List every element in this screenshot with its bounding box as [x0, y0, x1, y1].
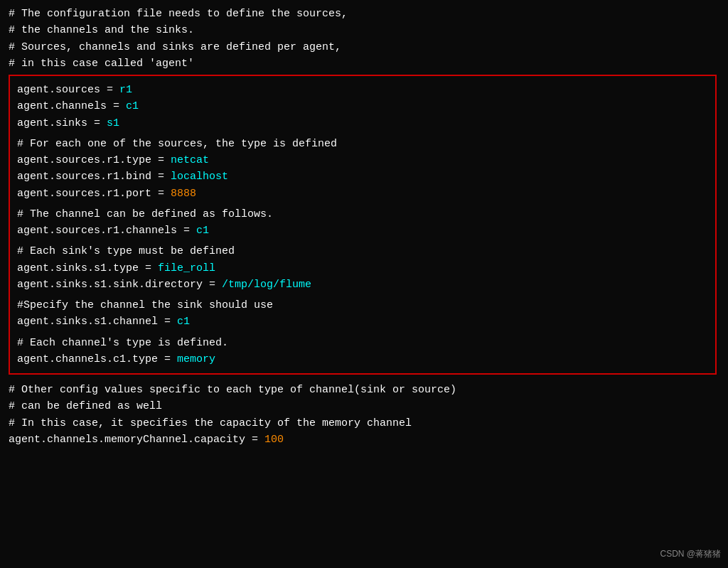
agent-sinks-line: agent.sinks = s1: [17, 115, 708, 132]
footer-comment-3: # In this case, it specifies the capacit…: [9, 415, 719, 432]
comment-sink-type: # Each sink's type must be defined: [17, 243, 708, 259]
comment-channel-defined: # The channel can be defined as follows.: [17, 206, 708, 223]
header-comment-1: # The configuration file needs to define…: [9, 6, 719, 22]
sinks-s1-type: agent.sinks.s1.type = file_roll: [17, 260, 708, 277]
agent-channels-line: agent.channels = c1: [17, 98, 708, 114]
channels-c1-type: agent.channels.c1.type = memory: [17, 351, 708, 368]
sources-r1-type: agent.sources.r1.type = netcat: [17, 152, 708, 168]
comment-channel-type: # Each channel's type is defined.: [17, 335, 708, 351]
sources-r1-port: agent.sources.r1.port = 8888: [17, 186, 708, 202]
sources-r1-bind: agent.sources.r1.bind = localhost: [17, 168, 708, 185]
csdn-watermark: CSDN @蒋猪猪: [660, 547, 721, 561]
footer-comment-2: # can be defined as well: [9, 398, 719, 414]
sinks-s1-directory: agent.sinks.s1.sink.directory = /tmp/log…: [17, 277, 708, 293]
header-comment-2: # the channels and the sinks.: [9, 22, 719, 38]
header-comment-4: # in this case called 'agent': [9, 55, 719, 72]
memory-channel-capacity: agent.channels.memoryChannel.capacity = …: [9, 432, 719, 448]
header-comment-3: # Sources, channels and sinks are define…: [9, 39, 719, 55]
highlighted-config-block: agent.sources = r1 agent.channels = c1 a…: [9, 75, 717, 375]
agent-sources-line: agent.sources = r1: [17, 82, 708, 98]
comment-sources-type: # For each one of the sources, the type …: [17, 136, 708, 152]
footer-comments: # Other config values specific to each t…: [9, 377, 719, 448]
comment-sink-channel: #Specify the channel the sink should use: [17, 297, 708, 314]
sinks-s1-channel: agent.sinks.s1.channel = c1: [17, 314, 708, 330]
code-container: # The configuration file needs to define…: [0, 0, 728, 568]
header-comments: # The configuration file needs to define…: [9, 6, 719, 72]
sources-r1-channels: agent.sources.r1.channels = c1: [17, 223, 708, 239]
footer-comment-1: # Other config values specific to each t…: [9, 382, 719, 398]
